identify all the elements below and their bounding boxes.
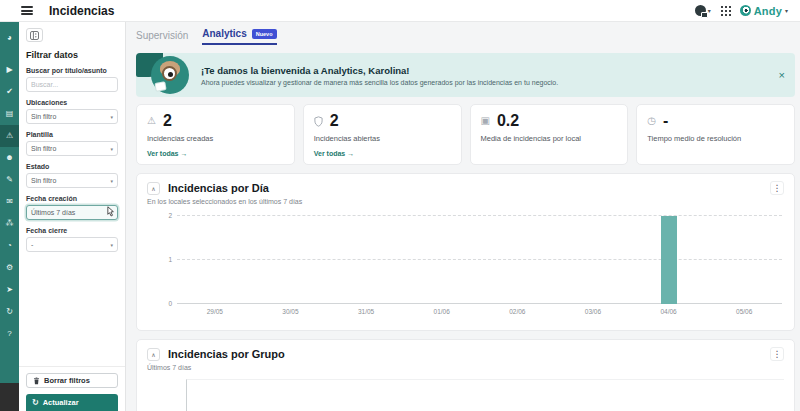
checklist-icon: ✔ [6, 88, 13, 96]
sidebar-item-incidents-warning[interactable]: ⚠ [0, 125, 19, 147]
stat-value: - [663, 113, 668, 129]
collapse-chevron-up-icon[interactable]: ∧ [147, 348, 160, 361]
filter-label: Buscar por título/asunto [26, 67, 118, 74]
sidebar-item-rocket[interactable]: ➤ [0, 279, 19, 301]
x-axis-tick: 02/06 [480, 308, 556, 315]
x-axis-labels: 29/0530/0531/0501/0602/0603/0604/0605/06 [177, 308, 782, 315]
ver-todas-link[interactable]: Ver todas → [314, 150, 354, 157]
stat-top: ⚠ 2 [147, 113, 284, 129]
mascot-eye-icon [162, 66, 177, 81]
sidebar-item-time[interactable]: ◔ [0, 235, 19, 257]
brand-mascot-icon [740, 5, 751, 16]
sidebar-item-play[interactable]: ▶ [0, 59, 19, 81]
users-icon: ☻ [5, 154, 13, 162]
store-icon: ▣ [481, 116, 490, 126]
sidebar-item-paw[interactable]: ⁂ [0, 213, 19, 235]
refresh-icon: ↻ [32, 399, 39, 407]
stat-card-media-por-local: ▣ 0.2 Media de incidencias por local [470, 104, 629, 165]
filter-label: Plantilla [26, 131, 118, 138]
andy-mascot-icon: ◕ [7, 34, 12, 42]
select-value: Últimos 7 días [31, 209, 75, 216]
stat-label: Media de incidencias por local [481, 134, 618, 143]
stat-card-tiempo-resolucion: ◷ - Tiempo medio de resolución [636, 104, 795, 165]
clear-filters-button[interactable]: Borrar filtros [26, 373, 118, 388]
clear-filters-label: Borrar filtros [44, 376, 90, 385]
filter-group-plantilla: Plantilla Sin filtro ▾ [26, 131, 118, 156]
page-title: Incidencias [49, 4, 114, 18]
collapse-filters-button[interactable] [26, 28, 43, 42]
chart-subtitle: En los locales seleccionados en los últi… [147, 198, 784, 205]
x-axis-tick: 31/05 [328, 308, 404, 315]
warning-triangle-icon: ⚠ [147, 116, 156, 126]
play-icon: ▶ [6, 66, 12, 74]
stat-label: Tiempo medio de resolución [647, 134, 784, 143]
stat-card-incidencias-creadas: ⚠ 2 Incidencias creadas Ver todas → [136, 104, 295, 165]
timer-icon: ◷ [647, 116, 656, 126]
sidebar-nav: ◕▶✔▤⚠☻✎✉⁂◔⚙➤↻? [0, 22, 19, 383]
kebab-menu-icon[interactable]: ⋮ [770, 347, 784, 361]
y-axis-tick: 0 [159, 300, 172, 307]
ubicaciones-select[interactable]: Sin filtro ▾ [26, 109, 118, 124]
close-icon[interactable]: × [779, 70, 785, 81]
sidebar-item-edit[interactable]: ✎ [0, 169, 19, 191]
rocket-icon: ➤ [6, 286, 13, 294]
edit-icon: ✎ [6, 176, 13, 184]
filter-label: Estado [26, 163, 118, 170]
sidebar-bottom-block [0, 383, 19, 411]
fecha-creacion-select[interactable]: Últimos 7 días [26, 205, 118, 220]
y-axis-tick: 2 [159, 212, 172, 219]
language-icon [695, 5, 706, 16]
chart-card-incidencias-por-grupo: ∧ Incidencias por Grupo ⋮ Últimos 7 días [136, 339, 795, 411]
chevron-down-icon: ▾ [110, 242, 113, 248]
stat-top: ◷ - [647, 113, 784, 129]
search-input[interactable] [31, 81, 113, 88]
main-content: Supervisión Analytics Nuevo ¡Te damos la… [126, 22, 800, 411]
update-label: Actualizar [43, 398, 79, 407]
fecha-cierre-select[interactable]: - ▾ [26, 237, 118, 252]
panel-collapse-icon [30, 31, 39, 40]
chevron-down-icon: ▾ [110, 114, 113, 120]
filter-label: Ubicaciones [26, 99, 118, 106]
paw-icon: ⁂ [6, 220, 14, 228]
chart-header: ∧ Incidencias por Día ⋮ [147, 181, 784, 195]
stat-cards-row: ⚠ 2 Incidencias creadas Ver todas → 2 In… [136, 104, 795, 165]
tab-analytics[interactable]: Analytics Nuevo [202, 28, 276, 45]
select-value: Sin filtro [31, 145, 56, 152]
incidents-warning-icon: ⚠ [6, 132, 13, 140]
trash-icon [33, 377, 40, 385]
tab-supervision[interactable]: Supervisión [136, 30, 188, 45]
estado-select[interactable]: Sin filtro ▾ [26, 173, 118, 188]
sidebar-item-settings-gear[interactable]: ⚙ [0, 257, 19, 279]
update-button[interactable]: ↻ Actualizar [26, 394, 118, 411]
sidebar-item-andy-mascot[interactable]: ◕ [0, 27, 19, 49]
topbar-actions: ▾ Andy ▾ [695, 5, 788, 17]
filter-group-fecha-creacion: Fecha creación Últimos 7 días [26, 195, 118, 220]
hamburger-menu-icon[interactable] [21, 6, 33, 15]
chart-card-incidencias-por-dia: ∧ Incidencias por Día ⋮ En los locales s… [136, 173, 795, 331]
bar-04/06[interactable] [661, 216, 677, 304]
new-badge: Nuevo [252, 29, 277, 39]
chart-header: ∧ Incidencias por Grupo ⋮ [147, 347, 784, 361]
brand-name: Andy [754, 5, 782, 17]
sidebar-item-messages[interactable]: ✉ [0, 191, 19, 213]
sidebar-item-sync[interactable]: ↻ [0, 301, 19, 323]
tab-analytics-label: Analytics [202, 28, 246, 39]
kebab-menu-icon[interactable]: ⋮ [770, 181, 784, 195]
topbar: Incidencias ▾ Andy ▾ [0, 0, 800, 22]
clipboard-icon: ▤ [6, 110, 14, 118]
sidebar-item-users[interactable]: ☻ [0, 147, 19, 169]
plantilla-select[interactable]: Sin filtro ▾ [26, 141, 118, 156]
sidebar-item-help[interactable]: ? [0, 323, 19, 345]
filter-group-fecha-cierre: Fecha cierre - ▾ [26, 227, 118, 252]
chevron-down-icon: ▾ [110, 178, 113, 184]
apps-grid-icon[interactable] [720, 5, 731, 16]
ver-todas-link[interactable]: Ver todas → [147, 150, 187, 157]
collapse-chevron-up-icon[interactable]: ∧ [147, 182, 160, 195]
language-menu[interactable]: ▾ [695, 5, 711, 16]
brand-menu[interactable]: Andy ▾ [740, 5, 788, 17]
sidebar-item-checklist[interactable]: ✔ [0, 81, 19, 103]
chevron-down-icon: ▾ [708, 8, 711, 14]
sidebar-item-clipboard[interactable]: ▤ [0, 103, 19, 125]
stat-top: ▣ 0.2 [481, 113, 618, 129]
stat-label: Incidencias abiertas [314, 134, 451, 143]
